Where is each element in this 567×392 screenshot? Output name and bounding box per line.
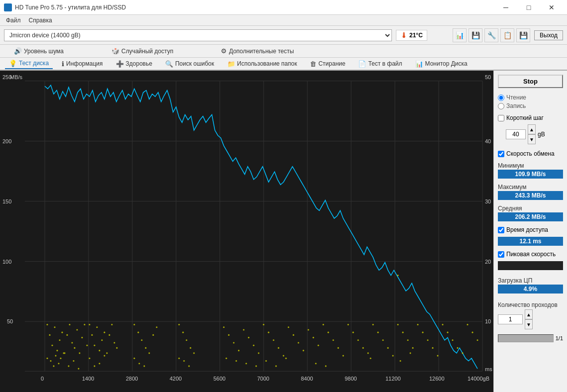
short-step-label: Короткий шаг	[506, 114, 544, 121]
step-up-button[interactable]: ▲	[528, 124, 536, 134]
erase-icon: 🗑	[310, 60, 316, 68]
tab-noise[interactable]: 🔊 Уровень шума	[10, 46, 68, 56]
step-down-button[interactable]: ▼	[528, 134, 536, 144]
close-button[interactable]: ✕	[540, 0, 563, 15]
radio-read-input[interactable]	[498, 95, 504, 101]
svg-point-120	[313, 337, 314, 338]
svg-point-105	[238, 350, 240, 351]
exit-button[interactable]: Выход	[534, 30, 563, 40]
tab-monitor[interactable]: 📊 Монитор Диска	[411, 59, 472, 69]
radio-write-input[interactable]	[498, 103, 504, 109]
tab-extra[interactable]: ⚙ Дополнительные тесты	[217, 46, 297, 56]
svg-point-81	[94, 365, 95, 367]
tab-erase[interactable]: 🗑 Стирание	[306, 59, 349, 69]
toolbar-icon-1[interactable]: 📊	[453, 28, 467, 42]
radio-write-label: Запись	[506, 102, 526, 109]
stop-button[interactable]: Stop	[498, 75, 563, 88]
access-time-checkbox-item[interactable]: Время доступа	[498, 226, 563, 233]
tab-random[interactable]: 🎲 Случайный доступ	[107, 46, 177, 56]
right-panel: Stop Чтение Запись Короткий шаг 40 ▲ ▼ g…	[493, 71, 567, 392]
chart-svg: 250 200 150 100 50 MB/s 50 40 30 20 10 m…	[0, 71, 493, 392]
svg-point-87	[145, 347, 147, 349]
svg-point-75	[106, 352, 108, 354]
svg-point-102	[223, 326, 225, 328]
max-label: Максимум	[498, 184, 563, 191]
tab-disk-test[interactable]: 💡 Тест диска	[5, 59, 53, 69]
svg-point-41	[47, 324, 48, 325]
access-time-checkbox[interactable]	[498, 227, 504, 233]
svg-point-83	[104, 355, 105, 357]
peak-speed-checkbox[interactable]	[498, 251, 504, 258]
svg-point-85	[138, 332, 139, 333]
svg-point-129	[358, 339, 359, 341]
cpu-stat: Загрузка ЦП 4.9%	[498, 275, 563, 294]
svg-text:11200: 11200	[385, 376, 401, 382]
short-step-checkbox[interactable]	[498, 115, 504, 121]
svg-point-127	[348, 324, 349, 325]
svg-point-61	[55, 355, 57, 357]
svg-point-77	[111, 324, 113, 325]
svg-point-145	[437, 355, 439, 357]
toolbar-icon-2[interactable]: 💾	[469, 28, 482, 42]
tab-file-test[interactable]: 📄 Тест в файл	[354, 59, 406, 69]
peak-speed-value	[498, 261, 563, 270]
svg-point-104	[233, 342, 235, 343]
svg-point-59	[50, 360, 52, 362]
svg-point-139	[407, 339, 409, 341]
svg-text:9800: 9800	[345, 376, 357, 382]
tab-info[interactable]: ℹ Информация	[58, 59, 106, 69]
svg-point-123	[328, 332, 329, 333]
passes-up-button[interactable]: ▲	[525, 309, 533, 319]
tab-row-1: 🔊 Уровень шума 🎲 Случайный доступ ⚙ Допо…	[0, 45, 567, 58]
toolbar-icon-4[interactable]: 📋	[500, 28, 514, 42]
menu-file[interactable]: Файл	[2, 16, 25, 25]
radio-write[interactable]: Запись	[498, 102, 563, 109]
min-value: 109.9 MB/s	[498, 170, 563, 179]
svg-point-133	[378, 332, 379, 333]
step-spinner-row: 40 ▲ ▼ gB	[506, 124, 563, 144]
svg-point-42	[49, 334, 51, 336]
svg-point-58	[47, 358, 48, 359]
svg-point-92	[139, 363, 140, 364]
cpu-value: 4.9%	[498, 285, 563, 294]
svg-point-101	[189, 365, 190, 367]
svg-point-121	[318, 345, 319, 346]
svg-point-51	[72, 342, 73, 343]
exchange-speed-checkbox-item[interactable]: Скорость обмена	[498, 150, 563, 157]
passes-down-button[interactable]: ▼	[525, 319, 533, 329]
tab-folder[interactable]: 📁 Использование папок	[223, 59, 301, 69]
progress-bar-fill	[498, 335, 553, 342]
svg-point-73	[101, 339, 103, 341]
svg-point-97	[190, 347, 191, 349]
svg-point-125	[338, 347, 339, 349]
tab-health[interactable]: ➕ Здоровье	[112, 59, 157, 69]
toolbar-icon-3[interactable]: 🔧	[484, 28, 498, 42]
svg-text:ms: ms	[485, 366, 492, 372]
svg-point-86	[141, 339, 143, 341]
maximize-button[interactable]: □	[517, 0, 540, 15]
menu-help[interactable]: Справка	[25, 16, 56, 25]
svg-text:2800: 2800	[126, 376, 138, 382]
svg-text:50: 50	[7, 318, 13, 324]
svg-point-91	[134, 358, 135, 359]
svg-point-140	[412, 347, 414, 349]
svg-point-96	[186, 339, 188, 341]
title-text: HD Tune Pro 5.75 - утилита для HD/SSD	[15, 4, 126, 11]
svg-text:14000gB: 14000gB	[468, 376, 489, 382]
svg-point-90	[156, 326, 158, 328]
svg-text:100: 100	[2, 258, 11, 264]
tab-error-scan[interactable]: 🔍 Поиск ошибок	[161, 59, 218, 69]
passes-input[interactable]: 1	[498, 314, 523, 324]
minimize-button[interactable]: ─	[494, 0, 517, 15]
exchange-speed-checkbox[interactable]	[498, 151, 504, 157]
toolbar-icon-5[interactable]: 💾	[516, 28, 530, 42]
peak-speed-checkbox-item[interactable]: Пиковая скорость	[498, 251, 563, 258]
device-select[interactable]: Jmicron device (14000 gB)	[4, 29, 392, 41]
exchange-speed-label: Скорость обмена	[506, 150, 555, 157]
radio-read[interactable]: Чтение	[498, 94, 563, 101]
short-step-checkbox-item[interactable]: Короткий шаг	[498, 114, 563, 121]
step-input[interactable]: 40	[506, 129, 526, 139]
svg-point-142	[422, 332, 424, 333]
svg-point-117	[298, 342, 299, 343]
svg-point-113	[278, 347, 280, 349]
